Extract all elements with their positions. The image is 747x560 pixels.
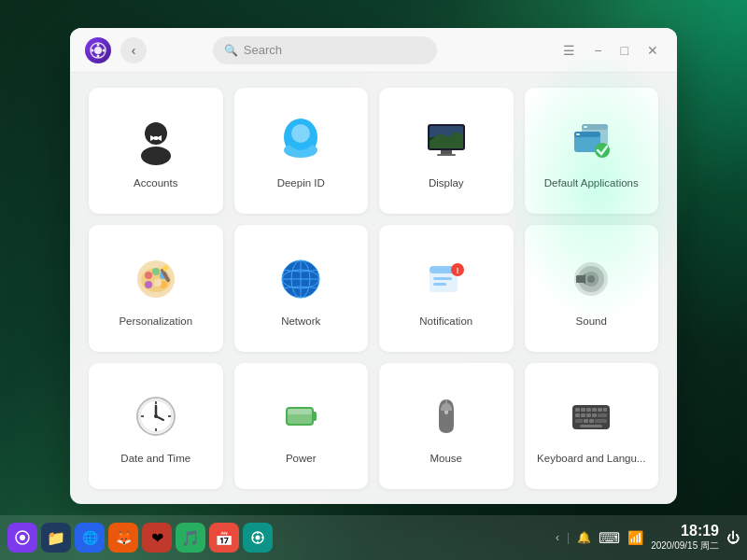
sound-icon xyxy=(565,253,617,305)
minimize-button[interactable]: − xyxy=(590,39,605,62)
maximize-button[interactable]: □ xyxy=(617,39,632,62)
search-bar[interactable]: 🔍 Search xyxy=(213,36,437,64)
taskbar-icon-music[interactable]: 🎵 xyxy=(176,523,205,553)
svg-rect-25 xyxy=(576,133,580,135)
svg-rect-84 xyxy=(595,419,607,423)
taskbar-keyboard-icon: ⌨ xyxy=(599,529,620,547)
datetime-icon xyxy=(130,390,182,442)
titlebar: ‹ 🔍 Search ☰ − □ ✕ xyxy=(70,28,677,73)
svg-rect-81 xyxy=(575,419,583,423)
taskbar-icon-launcher[interactable] xyxy=(7,523,37,553)
personalization-icon xyxy=(130,253,182,305)
svg-rect-22 xyxy=(584,126,587,128)
svg-rect-79 xyxy=(592,413,597,417)
settings-item-power[interactable]: Power xyxy=(234,363,369,489)
svg-point-3 xyxy=(97,54,100,57)
svg-rect-78 xyxy=(586,413,591,417)
settings-item-notification[interactable]: ! Notification xyxy=(379,225,514,351)
settings-item-network[interactable]: Network xyxy=(234,225,369,351)
default-apps-label: Default Applications xyxy=(544,176,639,190)
svg-rect-74 xyxy=(598,408,602,412)
sound-label: Sound xyxy=(576,315,607,329)
svg-point-33 xyxy=(145,281,152,288)
settings-item-sound[interactable]: Sound xyxy=(525,225,659,351)
keyboard-label: Keyboard and Langu... xyxy=(537,452,645,466)
accounts-label: Accounts xyxy=(134,176,177,190)
settings-item-display[interactable]: Display xyxy=(379,88,514,214)
settings-item-accounts[interactable]: Accounts xyxy=(89,88,223,214)
taskbar-power-icon[interactable]: ⏻ xyxy=(726,530,740,545)
settings-item-default-apps[interactable]: Default Applications xyxy=(525,88,659,214)
default-apps-icon xyxy=(565,115,617,167)
time-date: 2020/09/15 周二 xyxy=(651,539,719,553)
taskbar-sep: | xyxy=(567,531,570,544)
deepin-id-icon xyxy=(275,115,327,167)
svg-rect-64 xyxy=(312,412,317,421)
settings-item-mouse[interactable]: Mouse xyxy=(379,363,514,489)
svg-rect-75 xyxy=(603,408,607,412)
display-label: Display xyxy=(429,176,464,190)
power-icon xyxy=(275,390,327,442)
svg-rect-76 xyxy=(575,413,580,417)
taskbar-icon-firefox[interactable]: 🦊 xyxy=(108,523,138,553)
menu-button[interactable]: ☰ xyxy=(559,39,579,62)
svg-point-89 xyxy=(256,536,261,540)
svg-point-13 xyxy=(291,124,310,143)
svg-rect-19 xyxy=(437,154,456,156)
svg-rect-66 xyxy=(288,409,312,414)
accounts-icon xyxy=(130,115,182,167)
close-button[interactable]: ✕ xyxy=(643,39,662,62)
taskbar-left: 📁 🌐 🦊 ❤ 🎵 📅 xyxy=(7,523,273,553)
svg-rect-80 xyxy=(598,413,607,417)
notification-label: Notification xyxy=(419,315,472,329)
svg-rect-72 xyxy=(586,408,591,412)
svg-rect-18 xyxy=(441,150,452,154)
svg-point-29 xyxy=(145,272,152,279)
taskbar-icon-files[interactable]: 📁 xyxy=(41,523,71,553)
power-label: Power xyxy=(286,452,317,466)
taskbar-icon-settings[interactable] xyxy=(243,523,273,553)
search-icon: 🔍 xyxy=(224,44,238,57)
svg-rect-82 xyxy=(584,419,588,423)
mouse-icon xyxy=(420,390,472,442)
settings-item-keyboard[interactable]: Keyboard and Langu... xyxy=(525,363,659,489)
keyboard-icon xyxy=(565,390,617,442)
svg-rect-77 xyxy=(581,413,585,417)
svg-point-87 xyxy=(20,535,25,540)
svg-point-34 xyxy=(154,279,162,287)
time-display: 18:19 2020/09/15 周二 xyxy=(651,523,719,553)
taskbar-notification[interactable]: 🔔 xyxy=(577,531,591,544)
personalization-label: Personalization xyxy=(119,315,192,329)
taskbar-icon-browser[interactable]: 🌐 xyxy=(75,523,105,553)
window-controls: ☰ − □ ✕ xyxy=(559,39,662,62)
taskbar-network-icon: 📶 xyxy=(627,530,643,545)
back-button[interactable]: ‹ xyxy=(120,37,147,63)
svg-rect-53 xyxy=(576,275,585,283)
svg-point-4 xyxy=(92,49,94,51)
svg-point-7 xyxy=(141,147,171,165)
network-icon xyxy=(275,253,327,305)
settings-item-personalization[interactable]: Personalization xyxy=(89,225,223,351)
svg-rect-83 xyxy=(589,419,594,423)
mouse-label: Mouse xyxy=(430,452,462,466)
svg-point-30 xyxy=(152,268,160,275)
svg-rect-46 xyxy=(433,283,446,286)
taskbar-icon-app1[interactable]: ❤ xyxy=(142,523,172,553)
settings-item-datetime[interactable]: Date and Time xyxy=(89,363,223,489)
svg-text:!: ! xyxy=(456,266,458,275)
network-label: Network xyxy=(281,315,320,329)
svg-point-6 xyxy=(145,122,167,145)
taskbar-right: ‹ | 🔔 ⌨ 📶 18:19 2020/09/15 周二 ⏻ xyxy=(556,523,740,553)
svg-point-2 xyxy=(97,43,100,46)
svg-point-52 xyxy=(587,275,595,283)
svg-rect-10 xyxy=(154,136,158,140)
display-icon xyxy=(420,115,472,167)
settings-window: ‹ 🔍 Search ☰ − □ ✕ xyxy=(70,28,677,504)
taskbar-icon-calendar[interactable]: 📅 xyxy=(209,523,239,553)
app-logo xyxy=(85,37,111,63)
svg-rect-71 xyxy=(581,408,585,412)
svg-point-5 xyxy=(103,49,106,51)
settings-item-deepin-id[interactable]: Deepin ID xyxy=(234,88,369,214)
taskbar-nav-back[interactable]: ‹ xyxy=(556,531,559,544)
search-placeholder: Search xyxy=(244,43,282,57)
